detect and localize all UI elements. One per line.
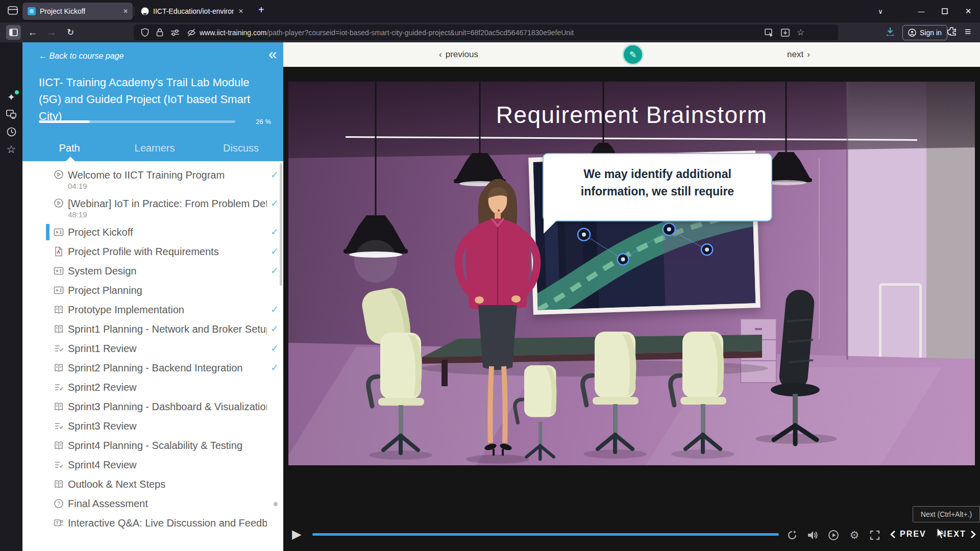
play-circle-icon xyxy=(54,198,64,208)
tab-learners[interactable]: Learners xyxy=(135,142,175,154)
completed-check-icon: ✓ xyxy=(271,169,279,181)
sign-in-button[interactable]: Sign in xyxy=(902,25,947,40)
previous-unit-button[interactable]: ‹previous xyxy=(439,42,478,67)
new-tab-button[interactable]: + xyxy=(258,4,264,16)
lesson-item[interactable]: Welcome to IICT Training Program04:19✓ xyxy=(22,165,283,194)
svg-text:T: T xyxy=(56,520,59,525)
completed-check-icon: ✓ xyxy=(271,197,279,209)
play-circle-icon xyxy=(54,169,64,180)
lesson-title: Project Planning xyxy=(68,285,267,296)
lesson-item[interactable]: Sprint4 Planning - Scalability & Testing xyxy=(22,436,283,455)
browser-tab-bar: Project Kickoff ✕ IICT-Education/iot-env… xyxy=(0,0,980,22)
shield-icon[interactable] xyxy=(141,28,149,37)
permissions-icon[interactable] xyxy=(170,29,180,36)
synced-tabs-icon[interactable] xyxy=(0,110,22,119)
player-settings-gear-icon[interactable]: ⚙ xyxy=(848,529,861,541)
lesson-title: Welcome to IICT Training Program xyxy=(68,169,267,181)
lesson-item[interactable]: Prototype Implementation✓ xyxy=(22,300,283,319)
presenter-illustration xyxy=(458,179,537,464)
lesson-item[interactable]: Sprint4 Review xyxy=(22,455,283,474)
menu-icon[interactable]: ≡ xyxy=(965,26,971,38)
speech-bubble-text: information, we still require xyxy=(544,185,771,198)
edit-pencil-button[interactable]: ✎ xyxy=(624,45,642,64)
presentation-slide: Requirement Brainstorm xyxy=(288,82,975,465)
volume-icon[interactable] xyxy=(806,529,819,541)
url-text[interactable]: www.iict-training.com/path-player?course… xyxy=(200,29,761,37)
downloads-icon[interactable] xyxy=(885,27,895,37)
seek-bar[interactable] xyxy=(312,533,779,536)
sidebar-scrollbar[interactable] xyxy=(280,163,282,286)
pending-dot-icon xyxy=(274,502,278,506)
lesson-item[interactable]: Sprint2 Planning - Backend Integration✓ xyxy=(22,358,283,378)
tab-project-kickoff[interactable]: Project Kickoff ✕ xyxy=(22,3,133,20)
tab-github-repo[interactable]: IICT-Education/iot-environment ✕ xyxy=(136,3,248,20)
lesson-item[interactable]: Project Planning xyxy=(22,281,283,300)
completed-check-icon: ✓ xyxy=(271,265,279,277)
tab-discuss[interactable]: Discuss xyxy=(223,142,259,154)
tab-close-icon[interactable]: ✕ xyxy=(123,8,128,15)
prev-slide-button[interactable]: PREV xyxy=(890,530,926,539)
lesson-title: Project Kickoff xyxy=(68,227,267,238)
forward-button[interactable]: → xyxy=(43,22,60,42)
lesson-item[interactable]: [Webinar] IoT in Practice: From Problem … xyxy=(22,194,283,222)
lesson-item[interactable]: Project Kickoff✓ xyxy=(22,222,283,242)
question-icon: ? xyxy=(54,498,64,509)
replay-icon[interactable] xyxy=(786,529,798,541)
pendant-lamp xyxy=(454,82,506,186)
pdf-icon xyxy=(54,246,64,257)
play-button[interactable]: ▶ xyxy=(292,527,301,541)
checklist-icon xyxy=(54,382,64,392)
lesson-item[interactable]: Outlook & Next Steps xyxy=(22,474,283,494)
back-arrow-icon: ← xyxy=(39,52,47,60)
next-unit-button[interactable]: next› xyxy=(787,42,810,67)
maximize-button[interactable] xyxy=(933,0,957,22)
tab-close-icon[interactable]: ✕ xyxy=(238,8,243,15)
lesson-item[interactable]: Sprint3 Planning - Dashboard & Visualiza… xyxy=(22,397,283,416)
lesson-title: Interactive Q&A: Live Discussion and Fee… xyxy=(68,517,267,529)
lesson-item[interactable]: Sprint1 Planning - Network and Broker Se… xyxy=(22,319,283,339)
back-button[interactable]: ← xyxy=(24,22,41,42)
ai-chatbot-icon[interactable]: ✦ xyxy=(0,91,22,103)
lesson-item[interactable]: Sprint2 Review xyxy=(22,378,283,397)
book-icon xyxy=(54,305,64,315)
completed-check-icon: ✓ xyxy=(271,226,279,238)
svg-text:?: ? xyxy=(57,500,60,507)
sidebar-toggle-button[interactable] xyxy=(6,25,21,40)
back-to-course-link[interactable]: ← Back to course page xyxy=(39,52,124,61)
url-bar[interactable]: www.iict-training.com/path-player?course… xyxy=(134,24,838,40)
blocked-content-icon[interactable] xyxy=(187,28,196,37)
lesson-item[interactable]: Sprint3 Review xyxy=(22,416,283,436)
lesson-item[interactable]: TInteractive Q&A: Live Discussion and Fe… xyxy=(22,513,283,533)
lesson-title: Outlook & Next Steps xyxy=(68,479,267,490)
bookmarks-star-icon[interactable]: ☆ xyxy=(0,143,22,156)
reload-button[interactable]: ↻ xyxy=(62,22,79,42)
lesson-item[interactable]: Sprint1 Review✓ xyxy=(22,339,283,358)
autoplay-icon[interactable] xyxy=(827,529,840,541)
video-box-icon xyxy=(54,285,64,295)
checklist-icon xyxy=(54,421,64,431)
history-clock-icon[interactable] xyxy=(0,127,22,137)
lesson-item[interactable]: System Design✓ xyxy=(22,261,283,281)
meeting-chair xyxy=(515,365,557,459)
tab-path[interactable]: Path xyxy=(59,142,80,154)
screenshot-icon[interactable] xyxy=(765,29,774,37)
lesson-title: System Design xyxy=(68,265,267,277)
lesson-title: Sprint3 Review xyxy=(68,420,267,432)
lesson-item[interactable]: Project Profile with Requirements✓ xyxy=(22,242,283,261)
tab-title: Project Kickoff xyxy=(40,7,85,15)
minimize-button[interactable]: — xyxy=(910,0,933,22)
bookmark-star-icon[interactable]: ☆ xyxy=(797,27,804,38)
lock-icon[interactable] xyxy=(156,28,163,37)
save-to-library-icon[interactable] xyxy=(781,29,790,37)
fullscreen-icon[interactable] xyxy=(869,529,881,541)
next-chevron-icon xyxy=(970,530,976,539)
firefox-view-icon[interactable] xyxy=(7,6,18,16)
collapse-sidebar-button[interactable]: « xyxy=(268,46,277,62)
lesson-title: Sprint1 Review xyxy=(68,343,267,355)
lesson-item[interactable]: ?Final Assessment xyxy=(22,494,283,513)
lesson-title: Sprint4 Review xyxy=(68,459,267,471)
book-icon xyxy=(54,324,64,334)
close-window-button[interactable]: ✕ xyxy=(957,0,980,22)
extensions-icon[interactable] xyxy=(947,27,957,36)
list-all-tabs-button[interactable]: ∨ xyxy=(869,0,892,22)
